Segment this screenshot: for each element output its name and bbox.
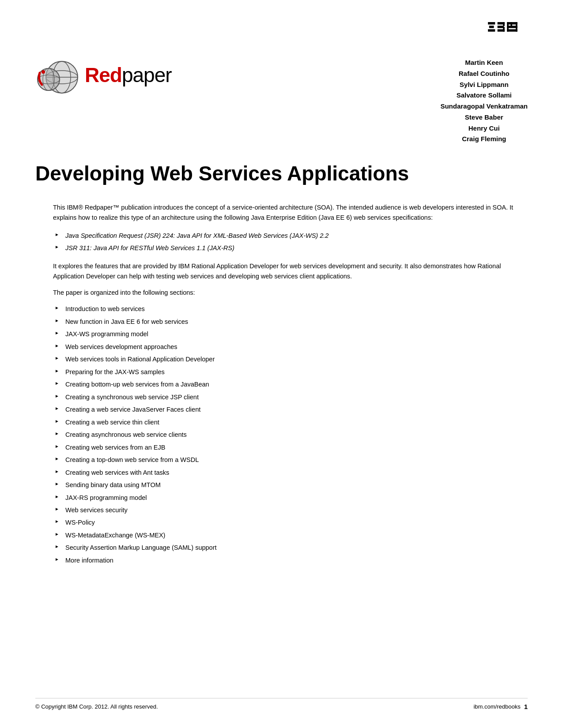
- website-text: ibm.com/redbooks: [473, 703, 520, 710]
- spec-bullets-list: Java Specification Request (JSR) 224: Ja…: [53, 231, 523, 253]
- author-3: Sylvi Lippmann: [440, 79, 528, 90]
- author-8: Craig Fleming: [440, 134, 528, 145]
- svg-rect-2: [488, 29, 495, 31]
- svg-rect-0: [488, 22, 495, 24]
- organized-label: The paper is organized into the followin…: [53, 288, 523, 298]
- svg-rect-4: [498, 26, 504, 28]
- list-item: JAX-WS programming model: [53, 329, 523, 339]
- svg-rect-12: [516, 22, 518, 32]
- list-item: Preparing for the JAX-WS samples: [53, 367, 523, 377]
- list-item: Creating a web service thin client: [53, 417, 523, 427]
- authors-block: Martin Keen Rafael Coutinho Sylvi Lippma…: [440, 53, 528, 145]
- list-item: Creating web services from an EJB: [53, 443, 523, 452]
- list-item: WS-Policy: [53, 518, 523, 527]
- list-item: Creating bottom-up web services from a J…: [53, 379, 523, 389]
- list-item: Web services security: [53, 505, 523, 515]
- list-item: JAX-RS programming model: [53, 493, 523, 503]
- page-title: Developing Web Services Applications: [35, 162, 528, 185]
- svg-rect-13: [510, 22, 512, 28]
- svg-rect-1: [489, 26, 494, 28]
- list-item: Introduction to web services: [53, 304, 523, 314]
- redpaper-logo: Redpaper: [35, 53, 172, 97]
- author-2: Rafael Coutinho: [440, 68, 528, 79]
- page: Redpaper Martin Keen Rafael Coutinho Syl…: [0, 0, 563, 728]
- header-area: Redpaper Martin Keen Rafael Coutinho Syl…: [35, 53, 528, 145]
- redpaper-brand-text: Redpaper: [85, 63, 172, 87]
- explore-paragraph: It explores the features that are provid…: [53, 261, 523, 281]
- list-item: Creating a synchronous web service JSP c…: [53, 392, 523, 402]
- svg-point-23: [42, 70, 45, 74]
- list-item: More information: [53, 555, 523, 565]
- svg-rect-7: [503, 27, 505, 32]
- list-item: Creating a top-down web service from a W…: [53, 455, 523, 465]
- list-item: New function in Java EE 6 for web servic…: [53, 317, 523, 326]
- author-4: Salvatore Sollami: [440, 90, 528, 101]
- footer-right: ibm.com/redbooks 1: [473, 703, 528, 710]
- intro-paragraph: This IBM® Redpaper™ publication introduc…: [53, 203, 523, 223]
- author-7: Henry Cui: [440, 123, 528, 134]
- spec-bullet-1: Java Specification Request (JSR) 224: Ja…: [53, 231, 523, 240]
- list-item: Creating a web service JavaServer Faces …: [53, 405, 523, 414]
- page-number: 1: [524, 703, 528, 710]
- ibm-logo-graphic: [488, 22, 528, 39]
- list-item: Web services tools in Rational Applicati…: [53, 354, 523, 364]
- author-1: Martin Keen: [440, 57, 528, 68]
- author-6: Steve Baber: [440, 112, 528, 123]
- ibm-logo: [488, 22, 528, 39]
- spec-bullet-2: JSR 311: Java API for RESTful Web Servic…: [53, 243, 523, 253]
- list-item: Sending binary data using MTOM: [53, 480, 523, 490]
- svg-rect-6: [503, 22, 505, 26]
- page-footer: © Copyright IBM Corp. 2012. All rights r…: [35, 698, 528, 710]
- list-item: Security Assertion Markup Language (SAML…: [53, 543, 523, 552]
- body-content: This IBM® Redpaper™ publication introduc…: [35, 203, 528, 566]
- list-item: Creating web services with Ant tasks: [53, 468, 523, 477]
- copyright-text: © Copyright IBM Corp. 2012. All rights r…: [35, 703, 158, 710]
- svg-rect-11: [507, 22, 509, 32]
- redpaper-globe-icon: [35, 53, 79, 97]
- sections-list: Introduction to web services New functio…: [53, 304, 523, 565]
- list-item: Web services development approaches: [53, 342, 523, 352]
- author-5: Sundaragopal Venkatraman: [440, 101, 528, 112]
- list-item: Creating asynchronous web service client…: [53, 430, 523, 439]
- list-item: WS-MetadataExchange (WS-MEX): [53, 530, 523, 540]
